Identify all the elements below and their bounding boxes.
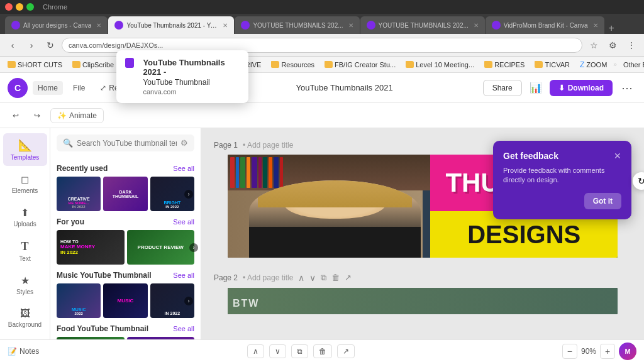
page-next-button[interactable]: ∨: [269, 344, 286, 358]
close-window-button[interactable]: [5, 3, 13, 11]
refresh-button[interactable]: ↻: [43, 38, 58, 53]
tab-youtube-3[interactable]: YOUTUBE THUMBNAILS 202... ✕: [360, 16, 485, 34]
template-food-1[interactable]: HEALTHY FOOD: [57, 337, 125, 339]
filter-icon[interactable]: ⚙: [180, 138, 188, 148]
templates-icon: 📐: [18, 138, 32, 152]
template-for-you-2[interactable]: PRODUCT REVIEW: [127, 230, 195, 265]
feedback-title: Get feedback: [503, 151, 558, 161]
canvas-page-2[interactable]: BTW: [228, 288, 618, 314]
tab-favicon-2: [241, 21, 250, 30]
back-button[interactable]: ‹: [5, 38, 20, 53]
page-delete-icon[interactable]: 🗑: [331, 273, 340, 282]
sidebar-item-text[interactable]: T Text: [3, 235, 47, 267]
bookmark-label-7: FB/IG Creator Stu...: [335, 61, 396, 69]
extensions-button[interactable]: ⚙: [605, 38, 620, 53]
minimize-window-button[interactable]: [16, 3, 23, 11]
template-music-3[interactable]: IN 2022 ›: [150, 283, 194, 318]
folder-icon-8: [406, 61, 414, 68]
user-avatar[interactable]: M: [619, 343, 636, 360]
recently-used-see-all[interactable]: See all: [173, 165, 194, 172]
bookmark-shortcuts[interactable]: SHORT CUTS: [4, 60, 66, 70]
tab-vidpromom[interactable]: VidProMom Brand Kit - Canva ✕: [486, 16, 604, 34]
zoom-in-button[interactable]: +: [600, 344, 615, 359]
feedback-close-button[interactable]: ✕: [614, 151, 621, 161]
bookmark-button[interactable]: ☆: [586, 38, 601, 53]
undo-button[interactable]: ↩: [8, 109, 24, 123]
template-thumb-1[interactable]: CREATIVE BE SOME... IN 2022: [57, 177, 101, 211]
for-you-see-all[interactable]: See all: [173, 218, 194, 226]
elements-icon: ◻: [21, 173, 29, 185]
navigation-bar: ‹ › ↻ canva.com/design/DAEJXOs... ☆ ⚙ ⋮: [0, 34, 644, 57]
search-box[interactable]: 🔍 ⚙: [57, 134, 194, 151]
file-button[interactable]: File: [68, 81, 90, 95]
sidebar-item-background[interactable]: 🖼 Background: [3, 303, 47, 333]
share-button[interactable]: Share: [483, 80, 522, 96]
food-grid: HEALTHY FOOD Culinary: [57, 337, 194, 339]
page-up-icon[interactable]: ∧: [298, 273, 304, 283]
bookmark-ticvar[interactable]: TICVAR: [531, 60, 574, 70]
tab-all-designs[interactable]: All your designs - Canva ✕: [5, 16, 108, 34]
background-label: Background: [8, 321, 42, 328]
template-music-1[interactable]: MUSIC 2022: [57, 283, 101, 318]
page-copy-icon[interactable]: ⧉: [321, 273, 326, 283]
bookmark-clipscribe[interactable]: ClipScribe: [69, 60, 118, 70]
zoom-out-button[interactable]: −: [562, 344, 577, 359]
template-music-2[interactable]: MUSIC: [103, 283, 147, 318]
menu-button[interactable]: ⋮: [624, 38, 639, 53]
tab-youtube-thumbnails-active[interactable]: YouTube Thumbnails 2021 - Yu... ✕: [108, 16, 234, 34]
bookmark-recipes[interactable]: RECIPES: [480, 60, 528, 70]
tab-close-icon[interactable]: ✕: [96, 22, 101, 29]
food-see-all[interactable]: See all: [173, 325, 194, 332]
canvas-area[interactable]: Page 1 • Add page title: [201, 128, 644, 339]
template-thumb-3[interactable]: BRIGHT IN 2022 ›: [150, 177, 194, 211]
page-1-number: Page 1: [214, 141, 238, 150]
bookmark-other[interactable]: Other Bookmarks: [619, 60, 644, 70]
bookmark-resources[interactable]: Resources: [267, 60, 318, 70]
tab-close-3-icon[interactable]: ✕: [474, 22, 479, 29]
sidebar-item-templates[interactable]: 📐 Templates: [3, 133, 47, 166]
sidebar-item-styles[interactable]: ★ Styles: [3, 270, 47, 300]
analytics-button[interactable]: 📊: [527, 79, 545, 96]
tab-close-active-icon[interactable]: ✕: [223, 22, 228, 29]
canva-logo[interactable]: C: [8, 78, 28, 98]
home-button[interactable]: Home: [33, 81, 63, 95]
feedback-refresh-button[interactable]: ↻: [633, 172, 644, 190]
got-it-button[interactable]: Got it: [584, 193, 621, 209]
tab-close-2-icon[interactable]: ✕: [348, 22, 353, 29]
template-for-you-1[interactable]: HOW TO MAKE MONEY IN 2022: [57, 230, 125, 265]
sidebar-item-elements[interactable]: ◻ Elements: [3, 168, 47, 199]
for-you-nav-icon[interactable]: ›: [189, 243, 198, 252]
tab-youtube-2[interactable]: YOUTUBE THUMBNAILS 202... ✕: [235, 16, 359, 34]
page-share-icon[interactable]: ↗: [345, 273, 352, 282]
download-button[interactable]: ⬇ Download: [550, 80, 613, 96]
bookmark-fb-ig[interactable]: FB/IG Creator Stu...: [321, 60, 399, 70]
music-see-all[interactable]: See all: [173, 272, 194, 279]
redo-button[interactable]: ↪: [29, 109, 45, 123]
tab-tooltip: YouTube Thumbnails 2021 - YouTube Thumbn…: [116, 50, 248, 103]
page-delete-button[interactable]: 🗑: [313, 344, 332, 358]
tab-label-2: YOUTUBE THUMBNAILS 202...: [253, 22, 343, 29]
bookmark-zoom[interactable]: Z ZOOM: [576, 59, 611, 70]
more-options-button[interactable]: ⋯: [618, 79, 636, 97]
food-header: Food YouTube Thumbnail See all: [57, 324, 194, 333]
bookmark-level10[interactable]: Level 10 Meeting...: [402, 60, 478, 70]
forward-button[interactable]: ›: [24, 38, 39, 53]
bottom-right: − 90% + M: [562, 343, 636, 360]
page-copy-button[interactable]: ⧉: [291, 344, 308, 358]
page-down-icon[interactable]: ∨: [309, 273, 316, 283]
tab-close-4-icon[interactable]: ✕: [593, 22, 598, 29]
page-export-button[interactable]: ↗: [337, 344, 355, 358]
page-prev-button[interactable]: ∧: [247, 344, 264, 358]
template-nav-icon[interactable]: ›: [184, 190, 193, 199]
maximize-window-button[interactable]: [26, 3, 34, 11]
template-thumb-2[interactable]: DARK THUMBNAIL: [103, 177, 147, 211]
notes-button[interactable]: 📝 Notes: [8, 347, 39, 356]
animate-button[interactable]: ✨ Animate: [50, 108, 104, 123]
template-food-2[interactable]: Culinary: [127, 337, 195, 339]
search-input[interactable]: [77, 139, 177, 148]
music-nav-icon[interactable]: ›: [184, 297, 193, 305]
add-page-title-1[interactable]: • Add page title: [243, 141, 293, 150]
add-page-title-2[interactable]: • Add page title: [243, 273, 293, 282]
new-tab-button[interactable]: +: [605, 23, 618, 34]
sidebar-item-uploads[interactable]: ⬆ Uploads: [3, 202, 47, 233]
